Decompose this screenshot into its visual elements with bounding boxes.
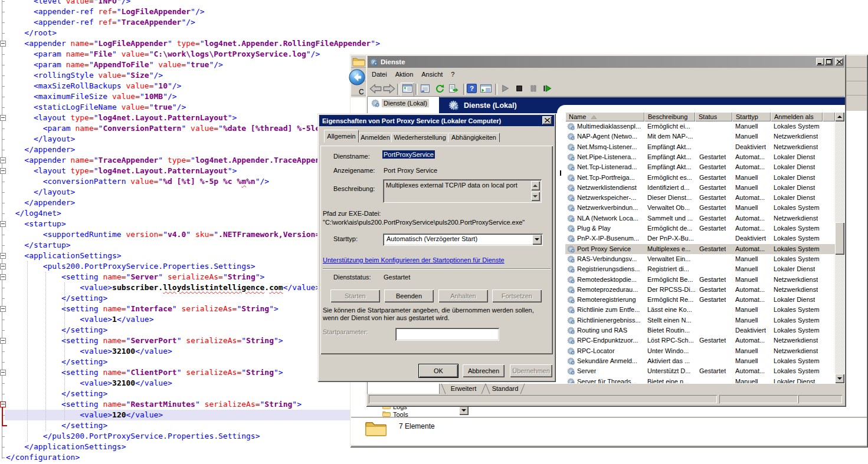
- extended-view-icon[interactable]: [480, 84, 492, 96]
- service-row[interactable]: Net.Msmq-Listener...Empfängt Akt...Deakt…: [565, 142, 835, 152]
- ok-button[interactable]: OK: [419, 364, 458, 377]
- service-row[interactable]: Routing und RASBietet Routin...Deaktivie…: [565, 325, 835, 335]
- beenden-button[interactable]: Beenden: [384, 289, 434, 302]
- service-row[interactable]: Plug & PlayErmöglicht de...GestartetAuto…: [565, 223, 835, 233]
- export-list-icon[interactable]: [448, 84, 458, 96]
- fold-toggle[interactable]: [0, 115, 6, 121]
- column-header-beschreibung[interactable]: Beschreibung: [644, 112, 695, 121]
- fold-toggle[interactable]: [0, 41, 6, 47]
- close-icon[interactable]: [542, 116, 552, 124]
- back-button[interactable]: [349, 69, 365, 88]
- toolbar-separator: [495, 84, 497, 95]
- startparameter-input[interactable]: [395, 328, 499, 341]
- refresh-icon[interactable]: [435, 84, 445, 96]
- service-row[interactable]: Net.Tcp-Portfreiga...Ermöglicht es...Ges…: [565, 173, 835, 183]
- fold-toggle[interactable]: [0, 221, 6, 227]
- fold-toggle[interactable]: [0, 168, 6, 174]
- service-row[interactable]: Netzwerkverbindun...Verwaltet Ob...Gesta…: [565, 203, 835, 213]
- service-row[interactable]: Net.Pipe-Listenera...Empfängt Akt...Gest…: [565, 152, 835, 162]
- combo-dropdown-button[interactable]: [459, 406, 469, 415]
- uebernehmen-button[interactable]: Übernehmen: [510, 364, 552, 377]
- fortsetzen-button[interactable]: Fortsetzen: [492, 289, 542, 302]
- service-row[interactable]: RPC-Endpunktzuor...Löst RPC-Sch...Gestar…: [565, 335, 835, 345]
- fold-toggle[interactable]: [0, 264, 6, 269]
- abbrechen-button[interactable]: Abbrechen: [463, 364, 505, 377]
- tab-standard[interactable]: Standard: [486, 384, 525, 394]
- cell-beschreibung: Aktiviert das ...: [647, 357, 690, 364]
- stop-service-icon[interactable]: [515, 84, 524, 96]
- menu-aktion[interactable]: Aktion: [391, 70, 418, 79]
- service-row[interactable]: ServerUnterstützt D...GestartetAutomat..…: [565, 366, 835, 376]
- service-row[interactable]: Netzwerkspeicher-...Dieser Dienst...Gest…: [565, 193, 835, 203]
- tab-wiederherstellung[interactable]: Wiederherstellung: [391, 133, 448, 142]
- service-row[interactable]: Richtlinie zum Entfe...Lässt eine Ko...M…: [565, 305, 835, 315]
- pause-service-icon[interactable]: [529, 84, 538, 96]
- tree-item-dienste-lokal[interactable]: Dienste (Lokal): [371, 99, 429, 107]
- scroll-down-button[interactable]: [531, 192, 540, 201]
- chevron-down-icon[interactable]: [532, 235, 542, 245]
- fold-toggle[interactable]: [0, 253, 6, 259]
- service-row[interactable]: RPC-LocatorUnter Windo...ManuellNetzwerk…: [565, 346, 835, 356]
- fold-toggle[interactable]: [0, 402, 6, 407]
- tab-erweitert[interactable]: Erweitert: [441, 384, 486, 394]
- service-row[interactable]: Richtlinienergebniss...Stellt einen N...…: [565, 315, 835, 325]
- scroll-up-button[interactable]: [835, 112, 844, 121]
- service-row[interactable]: RAS-Verbindungsv...Verwaltet Ein...Manue…: [565, 254, 835, 264]
- service-row[interactable]: Server für Threads...Bietet eine n...Man…: [565, 377, 835, 384]
- help-icon[interactable]: ?: [467, 84, 477, 96]
- service-row[interactable]: Net.Tcp-Listenerad...Empfängt Akt...Gest…: [565, 162, 835, 172]
- scroll-down-button[interactable]: [835, 374, 844, 383]
- startoptions-help-link[interactable]: Unterstützung beim Konfigurieren der Sta…: [323, 256, 505, 264]
- service-row[interactable]: PnP-X-IP-Busenum...Der PnP-X-Bu...Deakti…: [565, 233, 835, 243]
- cell-beschreibung: Ermöglicht ei...: [647, 123, 690, 130]
- service-row[interactable]: NetzwerklistendienstIdentifiziert d...Ge…: [565, 183, 835, 193]
- restart-service-icon[interactable]: [542, 84, 552, 96]
- tab-abhaengigkeiten[interactable]: Abhängigkeiten: [448, 133, 500, 142]
- anhalten-button[interactable]: Anhalten: [438, 289, 488, 302]
- back-icon[interactable]: [369, 84, 382, 96]
- scrollbar-thumb[interactable]: [835, 222, 844, 255]
- service-row[interactable]: Multimediaklassenpl...Ermöglicht ei...Ma…: [565, 121, 835, 131]
- cell-name: Remoteregistrierung: [577, 296, 636, 303]
- service-row[interactable]: Port Proxy ServiceMultiplexes e...Gestar…: [565, 244, 835, 254]
- dialog-title: Eigenschaften von Port Proxy Service (Lo…: [322, 117, 501, 124]
- fold-tick: [2, 298, 5, 299]
- service-row[interactable]: NAP-Agent (Netwo...Mit dem NAP-...Manuel…: [565, 131, 835, 141]
- fold-toggle[interactable]: [0, 157, 6, 163]
- fold-toggle[interactable]: [0, 370, 6, 376]
- starttyp-combobox[interactable]: Automatisch (Verzögerter Start): [383, 233, 543, 246]
- service-row[interactable]: Remoteprozedurau...Der RPCSS-Di...Gestar…: [565, 285, 835, 295]
- column-header-status[interactable]: Status: [695, 112, 732, 121]
- maximize-button[interactable]: [824, 58, 833, 65]
- tab-anmelden[interactable]: Anmelden: [359, 133, 392, 142]
- dialog-titlebar[interactable]: Eigenschaften von Port Proxy Service (Lo…: [319, 115, 554, 126]
- dienstname-value[interactable]: PortProxyService: [382, 150, 435, 159]
- scroll-up-button[interactable]: [531, 181, 540, 190]
- minimize-button[interactable]: [816, 58, 824, 65]
- column-header-name[interactable]: Name: [565, 112, 644, 121]
- column-header-starttyp[interactable]: Starttyp: [732, 112, 771, 121]
- service-row[interactable]: NLA (Network Loca...Sammelt und ...Gesta…: [565, 213, 835, 223]
- starten-button[interactable]: Starten: [330, 289, 380, 302]
- close-icon[interactable]: [835, 58, 843, 65]
- services-window-titlebar[interactable]: Dienste: [368, 56, 844, 68]
- service-row[interactable]: RemoteregistrierungErmöglicht Re...Gesta…: [565, 295, 835, 305]
- service-row[interactable]: Sekundäre Anmeld...Aktiviert das ...Manu…: [565, 356, 835, 366]
- forward-icon[interactable]: [383, 84, 395, 96]
- tab-allgemein[interactable]: Allgemein: [324, 130, 359, 143]
- service-row[interactable]: Remotedesktopdie...Ermöglicht Be...Gesta…: [565, 275, 835, 285]
- show-list-icon[interactable]: [420, 84, 430, 96]
- screen: <level value="INFO"/><appender-ref ref="…: [0, 0, 868, 464]
- tree-toggle-icon[interactable]: [401, 83, 414, 97]
- cell-beschreibung: Verwaltet Ob...: [647, 204, 690, 211]
- fold-toggle[interactable]: [0, 338, 6, 344]
- service-row[interactable]: Registrierungsdiens...Registriert di...M…: [565, 264, 835, 274]
- menu-ansicht[interactable]: Ansicht: [417, 70, 447, 79]
- start-service-icon[interactable]: [500, 84, 510, 96]
- fold-toggle[interactable]: [0, 274, 6, 280]
- menu-hilfe[interactable]: ?: [447, 70, 458, 79]
- fold-toggle[interactable]: [0, 306, 6, 312]
- beschreibung-box[interactable]: Multiplexes external TCP/IP data on loca…: [383, 179, 542, 203]
- column-header-anmelden-als[interactable]: Anmelden als: [771, 112, 823, 121]
- menu-datei[interactable]: Datei: [368, 70, 391, 79]
